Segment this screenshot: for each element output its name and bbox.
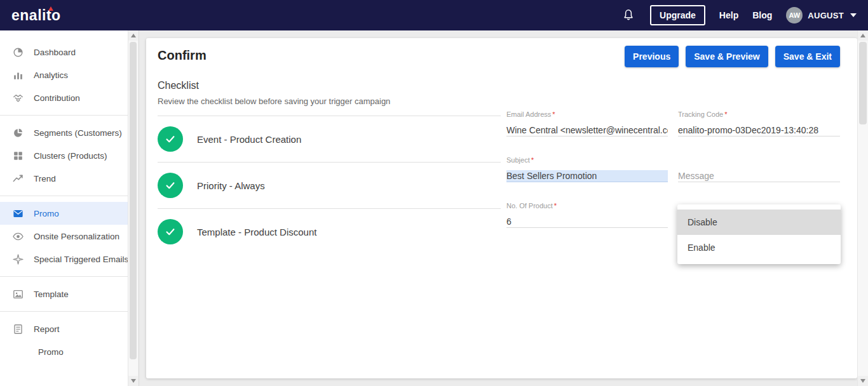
sidebar-item-onsite-personalization[interactable]: Onsite Personalization [0,225,128,248]
scroll-up-button[interactable] [128,30,138,41]
triangle-down-icon [131,379,136,383]
sidebar-divider [0,276,128,277]
sidebar-item-label: Report [34,324,60,334]
main-scrollbar[interactable] [857,30,868,386]
required-asterisk: * [554,202,557,210]
save-preview-button[interactable]: Save & Preview [686,46,768,67]
confirm-card: Confirm Previous Save & Preview Save & E… [146,38,857,378]
email-address-input[interactable]: Wine Central <newsletter@winecentral.co.… [506,124,668,136]
checklist-item: Template - Product Discount [158,208,501,255]
sidebar-item-segments[interactable]: Segments (Customers) [0,121,128,144]
help-link[interactable]: Help [719,10,738,20]
sidebar-item-promo[interactable]: Promo [0,202,128,225]
clusters-grid-icon [11,149,24,162]
checklist-item-label: Event - Product Creation [197,134,301,145]
sidebar-item-clusters[interactable]: Clusters (Products) [0,144,128,167]
template-image-icon [11,288,24,300]
sidebar-item-dashboard[interactable]: Dashboard [0,41,128,63]
sidebar-item-special-triggered-emails[interactable]: Special Triggered Emails [0,248,128,270]
label-text: Subject [506,156,530,164]
save-exit-button[interactable]: Save & Exit [775,46,840,67]
email-address-label: Email Address* [506,110,668,119]
triangle-up-icon [860,34,865,37]
scroll-down-button[interactable] [128,376,138,386]
sparkle-icon [11,253,24,265]
checklist-item: Priority - Always [158,162,501,208]
required-asterisk: * [724,110,727,118]
label-text: Email Address [506,110,551,118]
notification-bell-icon[interactable] [621,8,636,23]
upgrade-button[interactable]: Upgrade [650,5,705,25]
sidebar-item-label: Dashboard [34,48,76,57]
tracking-code-input[interactable]: enalito-promo-03Dec2019-13:40:28 [678,124,840,136]
status-dropdown-menu: Disable Enable [677,204,841,264]
email-address-field: Email Address* Wine Central <newsletter@… [506,110,668,136]
trend-line-icon [11,172,24,185]
scrollbar-thumb[interactable] [859,42,867,124]
sidebar-item-label: Analytics [34,70,68,80]
sidebar-nav: Dashboard Analytics Contribution Segment… [0,30,128,386]
sidebar-item-template[interactable]: Template [0,283,128,305]
checklist: Event - Product Creation Priority - Alwa… [158,116,501,255]
sidebar: Dashboard Analytics Contribution Segment… [0,30,139,386]
username: AUGUST [808,11,844,20]
dropdown-option-disable[interactable]: Disable [677,210,841,235]
sidebar-scrollbar[interactable] [128,30,139,386]
label-text: No. Of Product [506,202,553,210]
promo-envelope-icon [11,207,24,220]
triangle-down-icon [860,379,865,383]
user-menu[interactable]: AW AUGUST [786,7,857,23]
segments-pie-icon [11,126,24,139]
eye-icon [11,230,24,243]
sidebar-subitem-promo-report[interactable]: Promo [0,340,128,363]
sidebar-item-trend[interactable]: Trend [0,167,128,190]
message-label-spacer [678,156,840,164]
dropdown-option-enable[interactable]: Enable [677,235,841,260]
page-title: Confirm [158,48,207,63]
checklist-item-label: Priority - Always [197,180,265,191]
tracking-code-label: Tracking Code* [678,110,840,119]
required-asterisk: * [552,110,555,118]
num-products-input[interactable]: 6 [506,216,668,228]
tracking-code-field: Tracking Code* enalito-promo-03Dec2019-1… [678,110,840,136]
header-actions: Previous Save & Preview Save & Exit [625,46,840,67]
sidebar-item-report[interactable]: Report [0,317,128,340]
message-field: Message [678,156,840,182]
sidebar-divider [0,196,128,196]
sidebar-item-label: Promo [38,347,64,357]
contribution-handshake-icon [11,91,24,104]
topbar: enalito Upgrade Help Blog AW AUGUST [0,0,868,30]
subject-input[interactable]: Best Sellers Promotion [506,170,668,182]
required-asterisk: * [531,156,534,164]
sidebar-item-label: Template [34,290,69,299]
triangle-up-icon [131,34,136,37]
dashboard-icon [11,46,24,58]
sidebar-divider [0,115,128,116]
sidebar-item-contribution[interactable]: Contribution [0,86,128,109]
sidebar-item-label: Segments (Customers) [34,128,122,138]
scrollbar-thumb[interactable] [130,42,137,359]
checklist-item-label: Template - Product Discount [197,227,316,237]
sidebar-item-label: Onsite Personalization [34,232,119,241]
checklist-subtitle: Review the checklist below before saving… [158,96,390,106]
check-icon [158,126,183,152]
subject-field: Subject* Best Sellers Promotion [506,156,668,182]
message-input[interactable]: Message [678,170,840,182]
previous-button[interactable]: Previous [625,46,679,67]
label-text: Tracking Code [678,110,723,118]
brand-logo[interactable]: enalito [11,7,61,24]
scroll-down-button[interactable] [858,376,868,386]
check-icon [158,173,183,198]
sidebar-item-label: Contribution [34,93,80,103]
chevron-down-icon [850,13,857,17]
report-document-icon [11,323,24,335]
check-icon [158,219,183,244]
analytics-icon [11,69,24,81]
sidebar-item-label: Special Triggered Emails [34,255,128,264]
num-products-field: No. Of Product* 6 [506,202,668,228]
scroll-up-button[interactable] [858,30,868,41]
blog-link[interactable]: Blog [752,10,772,20]
checklist-heading: Checklist [158,80,199,91]
checklist-item: Event - Product Creation [158,116,501,162]
sidebar-item-analytics[interactable]: Analytics [0,63,128,86]
